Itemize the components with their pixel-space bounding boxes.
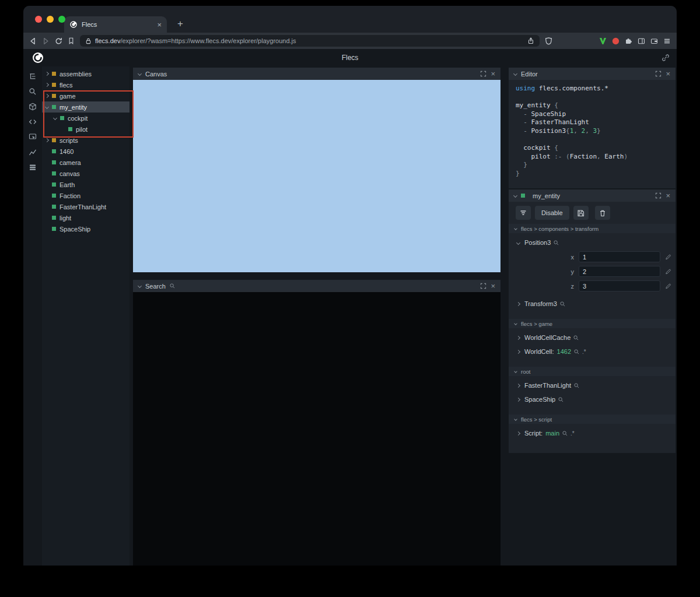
expander-icon	[45, 105, 49, 109]
close-icon[interactable]: ×	[491, 282, 495, 290]
collapse-icon[interactable]	[138, 72, 142, 76]
search-icon[interactable]	[562, 431, 568, 436]
inspector-group: rootFasterThanLightSpaceShip	[509, 367, 676, 415]
url-bar[interactable]: flecs.dev/explorer/?wasm=https://www.fle…	[80, 35, 540, 47]
tree-item-light[interactable]: light	[42, 212, 130, 223]
indent-spacer	[45, 227, 49, 231]
editor-code[interactable]: using flecs.components.* my_entity { - S…	[509, 80, 676, 188]
tree-item-flecs[interactable]: flecs	[42, 79, 130, 90]
right-column: Editor × using flecs.components.* my_ent…	[505, 66, 677, 566]
edit-icon[interactable]	[665, 268, 671, 275]
inspector-group-header[interactable]: flecs > components > transform	[509, 224, 676, 233]
inspector-group-header[interactable]: flecs > script	[509, 415, 676, 424]
menu-icon[interactable]	[663, 37, 671, 45]
component-row[interactable]: WorldCell:1462.*	[509, 345, 676, 359]
tree-item-cockpit[interactable]: cockpit	[42, 113, 130, 124]
tree-item-my_entity[interactable]: my_entity	[42, 101, 130, 113]
zoom-window-button[interactable]	[58, 16, 65, 23]
edit-icon[interactable]	[665, 254, 671, 260]
tree-item-FasterThanLight[interactable]: FasterThanLight	[42, 201, 130, 212]
expand-icon[interactable]	[480, 283, 487, 289]
component-row[interactable]: Position3	[509, 236, 676, 250]
extension-v-icon[interactable]	[599, 37, 607, 45]
search-icon[interactable]	[558, 397, 564, 402]
indent-spacer	[45, 216, 49, 220]
3d-canvas[interactable]	[133, 80, 501, 272]
tree-item-camera[interactable]: camera	[42, 157, 130, 168]
tree-item-scripts[interactable]: scripts	[42, 135, 130, 146]
left-icon-sidebar	[23, 66, 42, 566]
search-icon[interactable]	[554, 240, 559, 245]
close-window-button[interactable]	[35, 16, 42, 23]
disable-button[interactable]: Disable	[535, 206, 569, 220]
browser-toolbar: flecs.dev/explorer/?wasm=https://www.fle…	[23, 33, 677, 49]
tree-item-pilot[interactable]: pilot	[42, 124, 130, 135]
close-icon[interactable]: ×	[666, 70, 670, 78]
code-line: - Position3{1, 2, 3}	[516, 127, 668, 136]
component-row[interactable]: Script:main.*	[509, 426, 676, 440]
close-icon[interactable]: ×	[666, 192, 670, 199]
tree-item-1460[interactable]: 1460	[42, 146, 130, 157]
edit-icon[interactable]	[665, 283, 671, 289]
tree-item-assemblies[interactable]: assemblies	[42, 68, 130, 79]
code-line: my_entity {	[516, 101, 668, 110]
wallet-icon[interactable]	[650, 37, 658, 45]
search-icon[interactable]	[573, 335, 579, 340]
search-icon[interactable]	[574, 349, 579, 354]
inspect-icon[interactable]	[26, 131, 39, 143]
expand-icon[interactable]	[480, 71, 487, 77]
extension-red-icon[interactable]	[612, 37, 620, 45]
tab-close-icon[interactable]: ×	[157, 21, 162, 29]
save-button[interactable]	[573, 206, 589, 220]
field-input-x[interactable]	[579, 251, 660, 262]
component-row[interactable]: Transform3	[509, 297, 676, 311]
canvas-panel: Canvas ×	[133, 68, 501, 272]
new-tab-button[interactable]: +	[174, 17, 187, 30]
share-icon[interactable]	[527, 37, 534, 44]
brave-shield-icon[interactable]	[545, 37, 552, 45]
tree-item-canvas[interactable]: canvas	[42, 168, 130, 179]
entity-color-square	[52, 105, 56, 109]
inspector-group-path: flecs > components > transform	[521, 226, 598, 232]
code-icon[interactable]	[26, 115, 39, 128]
bookmark-icon[interactable]	[68, 37, 75, 44]
tree-item-SpaceShip[interactable]: SpaceShip	[42, 223, 130, 234]
entities-icon[interactable]	[26, 100, 39, 113]
pair-suffix: .*	[582, 349, 586, 355]
inspector-group-header[interactable]: flecs > game	[509, 319, 676, 328]
queries-icon[interactable]	[26, 161, 39, 174]
collapse-icon[interactable]	[513, 194, 517, 198]
inspector-panel-title: my_entity	[533, 192, 560, 199]
close-icon[interactable]: ×	[491, 70, 495, 78]
center-column: Canvas × Search	[130, 66, 505, 566]
field-input-y[interactable]	[579, 266, 660, 277]
collapse-icon[interactable]	[513, 72, 517, 76]
delete-button[interactable]	[595, 206, 610, 220]
minimize-window-button[interactable]	[47, 16, 54, 23]
component-row[interactable]: SpaceShip	[509, 392, 676, 406]
tree-item-Earth[interactable]: Earth	[42, 179, 130, 190]
reload-button[interactable]	[55, 37, 62, 45]
sidebar-toggle-icon[interactable]	[638, 37, 645, 45]
inspector-group-header[interactable]: root	[509, 367, 676, 376]
extensions-puzzle-icon[interactable]	[625, 37, 632, 45]
search-icon[interactable]	[574, 383, 579, 388]
search-icon[interactable]	[26, 85, 39, 98]
collapse-icon[interactable]	[138, 284, 142, 288]
expand-icon[interactable]	[655, 71, 662, 77]
component-row[interactable]: WorldCellCache	[509, 331, 676, 345]
component-row[interactable]: FasterThanLight	[509, 378, 676, 392]
expand-icon[interactable]	[655, 192, 662, 199]
component-name: SpaceShip	[524, 396, 555, 403]
back-button[interactable]	[29, 37, 37, 45]
browser-tab[interactable]: Flecs ×	[64, 16, 167, 33]
share-link-icon[interactable]	[662, 54, 670, 64]
search-icon[interactable]	[560, 301, 565, 307]
tree-item-game[interactable]: game	[42, 90, 130, 101]
hierarchy-icon[interactable]	[26, 70, 39, 83]
field-input-z[interactable]	[579, 280, 660, 292]
stats-icon[interactable]	[26, 146, 39, 159]
forward-button[interactable]	[42, 37, 50, 45]
filter-button[interactable]	[516, 206, 531, 220]
tree-item-Faction[interactable]: Faction	[42, 190, 130, 201]
